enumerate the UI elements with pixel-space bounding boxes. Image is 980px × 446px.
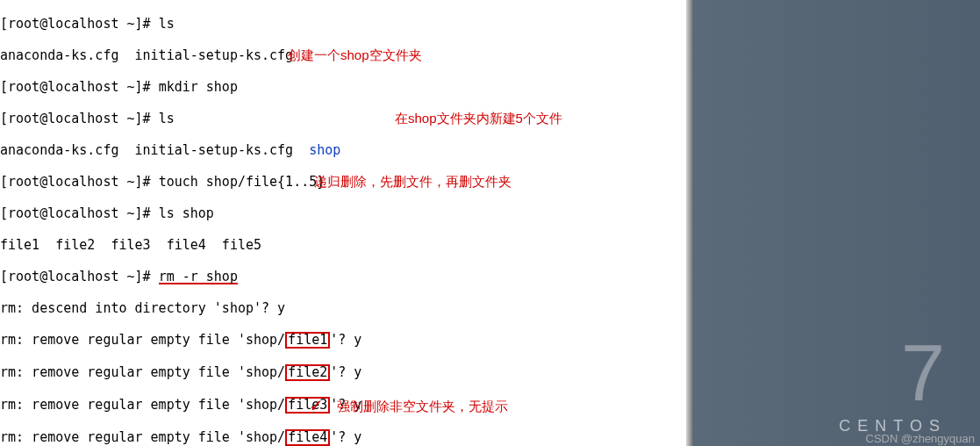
cmd: touch shop/file{1..5} [159,174,325,190]
file-boxed: file2 [285,364,330,381]
prompt: [root@localhost ~]# [0,269,151,284]
prompt: [root@localhost ~]# [0,16,151,32]
cmd: mkdir shop [159,79,238,95]
file-boxed: file4 [285,429,330,446]
output: rm: remove regular empty file 'shop/ [0,332,285,348]
output: file1 file2 file3 file4 file5 [0,237,686,253]
output: anaconda-ks.cfg initial-setup-ks.cfg [0,142,309,158]
prompt: [root@localhost ~]# [0,79,151,95]
output: rm: remove regular empty file 'shop/ [0,397,285,413]
annotation: 强制删除非空文件夹，无提示 [337,399,508,414]
cmd-highlighted: rm -r shop [159,270,238,284]
watermark: CSDN @zhengyquan [866,432,975,446]
output: rm: descend into directory 'shop'? y [0,300,686,316]
annotation: 创建一个shop空文件夹 [288,47,422,63]
output: '? y [330,364,361,380]
prompt: [root@localhost ~]# [0,174,151,190]
prompt: [root@localhost ~]# [0,205,151,221]
cmd: ls [159,111,175,126]
desktop-wallpaper: 7 CENTOS [686,0,980,446]
terminal-output[interactable]: [root@localhost ~]# ls anaconda-ks.cfg i… [0,0,686,446]
cmd: ls [159,16,175,32]
cmd: ls shop [159,205,214,221]
output: rm: remove regular empty file 'shop/ [0,364,285,380]
prompt: [root@localhost ~]# [0,111,151,126]
annotation: 在shop文件夹内新建5个文件 [395,111,562,126]
file-boxed: file1 [285,332,330,349]
output: rm: remove regular empty file 'shop/ [0,429,285,445]
output: '? y [330,332,361,348]
output: '? y [330,429,361,445]
checkmark-icon: ✓ [309,395,324,416]
annotation: 递归删除，先删文件，再删文件夹 [314,174,511,190]
centos-version: 7 [901,334,945,413]
directory: shop [309,142,340,158]
